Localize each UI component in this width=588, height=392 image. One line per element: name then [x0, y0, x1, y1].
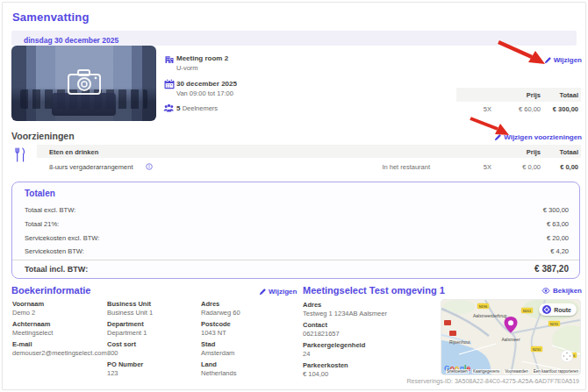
- room-name: Meeting room 2: [176, 54, 228, 62]
- edit-booker-link[interactable]: Wijzigen: [259, 288, 297, 296]
- totals-divider: [12, 260, 579, 260]
- booker-title: Boekerinformatie: [11, 285, 90, 296]
- edit-room-label: Wijzigen: [554, 56, 582, 64]
- map-attribution-item[interactable]: Sneltoetsen: [446, 369, 469, 374]
- road-badge: N231: [533, 347, 541, 352]
- road-badge-red-icon: [444, 320, 451, 325]
- facility-total: € 0,00: [560, 163, 578, 171]
- attendees-count: 5: [176, 104, 180, 112]
- info-icon[interactable]: [146, 163, 153, 170]
- annotation-arrow-facilities: [469, 116, 511, 139]
- annotation-arrow-room: [496, 39, 547, 66]
- facilities-category: Eten en drinken: [49, 148, 98, 156]
- booker-field-value: Business Unit 1: [107, 309, 153, 317]
- facility-row: 8-uurs vergaderarrangement In het restau…: [37, 163, 581, 172]
- map-attribution-item[interactable]: Kaartgegevens: [472, 369, 500, 374]
- facility-name: 8-uurs vergaderarrangement: [49, 163, 133, 171]
- totals-grand-label: Totaal incl. BTW:: [25, 265, 88, 274]
- booker-field-value: 800: [107, 349, 118, 357]
- venue-field-label: Parkeergelegenheid: [303, 341, 365, 349]
- venue-field-value: 24: [303, 350, 310, 358]
- utensils-icon: [14, 147, 25, 162]
- totals-row-value: € 20,00: [547, 234, 569, 242]
- map-attribution-item[interactable]: Voorwaarden: [504, 369, 529, 374]
- map-attribution: Sneltoetsen Kaartgegevens Voorwaarden Ee…: [473, 369, 579, 374]
- map-attribution-item[interactable]: Een kaartfout rapporteren: [533, 369, 579, 374]
- booker-field-value: Radarweg 60: [201, 309, 240, 317]
- booker-field-label: PO Number: [107, 360, 143, 368]
- facility-location: In het restaurant: [382, 163, 430, 171]
- route-button[interactable]: Route: [539, 303, 577, 316]
- facilities-category-bar: Eten en drinken Prijs Totaal: [37, 145, 581, 158]
- booker-field-value: Meetingselect: [12, 329, 53, 337]
- booker-field-value: 1043 NT: [201, 329, 226, 337]
- facilities-col-total: Totaal: [559, 148, 578, 156]
- room-total: € 300,00: [553, 105, 578, 113]
- totals-title: Totalen: [25, 189, 55, 198]
- booker-field-label: Business Unit: [107, 300, 151, 308]
- edit-facilities-label: Wijzigen voorzieningen: [504, 133, 582, 141]
- road-badge-red-icon: [449, 331, 456, 336]
- venue-field-value: Testweg 1 1234AB Aalsmeer: [303, 310, 387, 317]
- edit-booker-label: Wijzigen: [269, 288, 297, 296]
- booker-field-label: Voornaam: [12, 300, 44, 308]
- date-banner: dinsdag 30 december 2025: [11, 31, 577, 46]
- room-date: 30 december 2025: [176, 80, 237, 88]
- room-col-price: Prijs: [527, 91, 541, 99]
- map-place-label: Aalsmeer: [501, 337, 520, 342]
- totals-row-value: € 300,00: [543, 206, 569, 214]
- booker-field-value: Department 1: [107, 329, 147, 337]
- booker-field-label: Department: [107, 320, 144, 328]
- booker-field-value: Demo 2: [12, 309, 35, 317]
- road-badge: N196: [479, 304, 488, 309]
- booker-field-label: Stad: [201, 340, 215, 348]
- totals-row-label: Servicekosten excl. BTW:: [25, 234, 99, 242]
- totals-row-value: € 4,20: [550, 247, 569, 255]
- totals-row-label: Totaal 21%:: [25, 220, 59, 228]
- booker-field-value: Netherlands: [201, 369, 236, 377]
- building-icon: [164, 53, 175, 64]
- totals-box: Totalen Totaal excl. BTW: € 300,00 Totaa…: [11, 182, 580, 279]
- room-price-row: 5X € 60,00 € 300,00: [456, 105, 581, 114]
- room-photo: [11, 46, 156, 121]
- booker-field-value: demouser2@meetingselect.com: [12, 349, 107, 357]
- room-time: Van 09:00 tot 17:00: [176, 89, 233, 97]
- booker-field-label: Achternaam: [12, 320, 50, 328]
- view-venue-link[interactable]: Bekijken: [541, 287, 582, 295]
- facility-qty: 5X: [484, 163, 491, 171]
- venue-map[interactable]: N196 N201 N231 N231 N196 Aalsmeerderbrug…: [441, 299, 581, 375]
- map-pan-control[interactable]: [561, 350, 573, 362]
- attendees-icon: [163, 103, 174, 113]
- route-icon: [542, 305, 551, 314]
- view-venue-label: Bekijken: [553, 287, 582, 295]
- facilities-col-price: Prijs: [527, 148, 541, 156]
- booker-field-label: Cost sort: [107, 340, 136, 348]
- road-badge: N201: [523, 309, 532, 313]
- attendees-label: Deelnemers: [183, 104, 218, 112]
- attendees-row: 5 Deelnemers: [176, 104, 218, 112]
- venue-field-label: Parkeerkosten: [303, 361, 348, 369]
- room-qty: 5X: [484, 105, 491, 113]
- edit-room-link[interactable]: Wijzigen: [544, 56, 582, 64]
- booker-field-value: Amsterdam: [201, 349, 234, 357]
- road-badge: N231: [550, 322, 559, 326]
- venue-field-label: Contact: [303, 321, 327, 329]
- totals-row-label: Servicekosten BTW:: [25, 247, 84, 255]
- totals-row-value: € 63,00: [547, 220, 569, 228]
- booker-field-value: 123: [107, 369, 118, 377]
- room-layout: U-vorm: [176, 64, 198, 72]
- venue-field-value: € 104,00: [303, 370, 328, 378]
- booker-field-label: Land: [201, 360, 217, 368]
- room-price-header: Prijs Totaal: [456, 88, 581, 102]
- venue-field-value: 0621821657: [303, 330, 340, 338]
- venue-field-label: Adres: [303, 301, 321, 309]
- eye-icon: [541, 288, 550, 294]
- booker-field-label: E-mail: [12, 340, 32, 348]
- facilities-title: Voorzieningen: [11, 131, 75, 141]
- reservation-id: Reserverings-ID: 3A508A22-84C0-4275-A25A…: [407, 378, 580, 384]
- venue-title: Meetingselect Test omgeving 1: [303, 285, 445, 296]
- calendar-icon: [164, 79, 175, 89]
- route-label: Route: [554, 307, 571, 313]
- pencil-icon: [259, 289, 266, 296]
- page-title: Samenvatting: [12, 11, 90, 24]
